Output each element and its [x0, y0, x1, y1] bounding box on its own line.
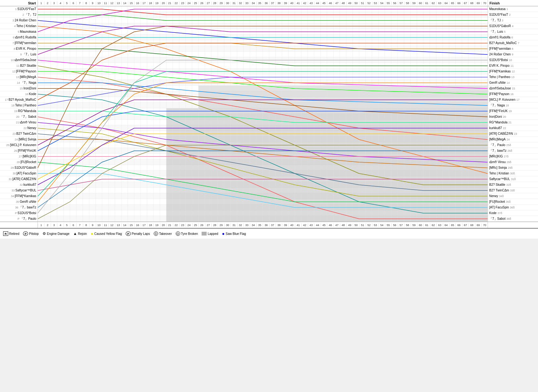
- lap-num-29: 29: [218, 224, 224, 227]
- finish-name-23: [MRc]MegA24: [488, 137, 538, 142]
- legend-lapped-label: Lapped: [208, 232, 218, 236]
- finish-name-34: [FU]Rocket35δ: [488, 199, 538, 205]
- start-name-0: 1S1DUS*FasT: [0, 6, 37, 12]
- lap-num-25: 25: [192, 224, 198, 227]
- finish-name-21: kurkku8722: [488, 125, 538, 131]
- start-name-4: 5Maunokasa: [0, 29, 37, 35]
- lap-num-23: 23: [179, 224, 186, 227]
- start-name-23: 24[MRc] Svinja: [0, 137, 37, 142]
- start-name-14: 15Iron|Doni: [0, 86, 37, 91]
- start-names-column: 1S1DUS*FasT2「7」TJ324 Roßer Chen4Teho | K…: [0, 6, 38, 222]
- legend-engine: ⚙ Engine Damage: [43, 231, 70, 236]
- finish-name-20: RG^Mandula21: [488, 120, 538, 125]
- lap-num-7: 7: [76, 224, 83, 227]
- start-name-13: 14「7」Naga: [0, 80, 37, 86]
- lap-num-10: 10: [96, 224, 102, 227]
- legend-rejoin: ▲ Rejoin: [73, 231, 87, 236]
- lap-num-12: 12: [108, 224, 115, 227]
- lap-num-41: 41: [295, 224, 301, 227]
- start-name-22: 23B2? TwinCΔm: [0, 131, 37, 137]
- legend-tyre-label: Tyre Broken: [181, 232, 198, 236]
- lap-number-header: 1234567891011121314151617181920212223242…: [38, 0, 488, 6]
- lap-num-14: 14: [121, 224, 128, 227]
- lap-num-58: 58: [404, 224, 410, 227]
- legend-penalty-label: Penalty Laps: [132, 232, 150, 236]
- lap-num-11: 11: [102, 224, 108, 227]
- lap-num-59: 59: [411, 224, 417, 227]
- chart-container: Start 1234567891011121314151617181920212…: [0, 0, 538, 239]
- finish-name-27: ιΔm® Vinsu28δ: [488, 159, 538, 165]
- lap-num-32: 32: [237, 224, 243, 227]
- finish-name-26: [MRc]KIG27δ: [488, 154, 538, 159]
- legend-takeover-label: Takeover: [159, 232, 172, 236]
- header-start: Start: [0, 0, 38, 6]
- legend-area: R Retired P Pitstop ⚙ Engine Damage ▲ Re…: [0, 228, 538, 239]
- lap-num-21: 21: [166, 224, 173, 227]
- lap-num-27: 27: [205, 224, 211, 227]
- start-name-21: 22Nerwy: [0, 125, 37, 131]
- lap-num-38: 38: [276, 224, 282, 227]
- lap-num-17: 17: [141, 224, 147, 227]
- lap-num-66: 66: [455, 224, 462, 227]
- start-name-28: 29S1DUS*GáboR: [0, 165, 37, 171]
- finish-name-1: S1DUS*FasT2: [488, 12, 538, 18]
- finish-name-12: Teho | Pantheo13: [488, 74, 538, 80]
- lap-num-8: 8: [83, 224, 89, 227]
- legend-takeover: ① Takeover: [154, 231, 172, 236]
- start-name-1: 2「7」TJ: [0, 12, 37, 18]
- lap-num-49: 49: [346, 224, 353, 227]
- lap-num-56: 56: [391, 224, 398, 227]
- lap-num-30: 30: [224, 224, 231, 227]
- lap-num-44: 44: [314, 224, 320, 227]
- finish-name-15: [FFM]^Payson16: [488, 91, 538, 97]
- finish-name-19: Iron|Doni20: [488, 114, 538, 120]
- finish-name-18: [FFM]^FinUK19: [488, 108, 538, 114]
- start-name-30: 31[ATR] CABÉZ®N: [0, 176, 37, 182]
- finish-name-0: Maunokasa1: [488, 6, 538, 12]
- legend-pitstop-label: Pitstop: [29, 232, 39, 236]
- start-name-37: P「7」Paulo: [0, 216, 37, 222]
- finish-names-column: Maunokasa1S1DUS*FasT2「7」TJ3S1DUS*GáboR4「…: [488, 6, 538, 222]
- start-name-24: 25[WCL] P. Koivunen: [0, 142, 37, 148]
- start-name-12: 13[MRc]MegA: [0, 74, 37, 80]
- lap-num-9: 9: [89, 224, 95, 227]
- lap-num-43: 43: [308, 224, 314, 227]
- lap-num-1: 1: [38, 224, 44, 227]
- finish-name-22: [ATR] CABÉZ®N23: [488, 131, 538, 137]
- start-name-9: 10ιΔm®SebaJose: [0, 57, 37, 63]
- legend-penalty: P Penalty Laps: [126, 231, 150, 236]
- finish-name-25: 「7」bawTz26δ: [488, 148, 538, 154]
- start-name-10: 11B2? Skattle: [0, 63, 37, 69]
- finish-name-5: ιΔm®1 Rudolfa6: [488, 35, 538, 40]
- finish-name-33: Nerwy34δ: [488, 193, 538, 199]
- start-name-35: 36「7」bawTz: [0, 205, 37, 210]
- lap-num-69: 69: [475, 224, 481, 227]
- finish-name-17: 「7」Naga18: [488, 103, 538, 108]
- finish-name-7: [FFM]^sermilan8: [488, 46, 538, 52]
- lap-num-35: 35: [256, 224, 263, 227]
- finish-name-14: ιΔm®SebaJose15: [488, 86, 538, 91]
- lap-num-24: 24: [186, 224, 192, 227]
- finish-name-37: 「7」Sabot38δ: [488, 216, 538, 222]
- lap-num-54: 54: [379, 224, 385, 227]
- lap-num-64: 64: [443, 224, 449, 227]
- start-name-11: 12[FFM]^Payson: [0, 69, 37, 74]
- lap-num-61: 61: [423, 224, 430, 227]
- legend-pitstop: P Pitstop: [23, 231, 39, 236]
- finish-name-16: [WCL] P. Koivunen17: [488, 97, 538, 103]
- start-name-32: 33Saftycar™BUL: [0, 188, 37, 193]
- lap-num-19: 19: [153, 224, 160, 227]
- finish-name-32: B2? TwinCΔm33δ: [488, 188, 538, 193]
- finish-name-35: [AT] FacuSpin36δ: [488, 205, 538, 210]
- start-name-36: PS1DUS*Botsi: [0, 210, 37, 216]
- legend-engine-label: Engine Damage: [47, 232, 70, 236]
- lap-num-62: 62: [430, 224, 436, 227]
- lap-num-70: 70: [481, 224, 488, 227]
- svg-rect-1: [198, 86, 488, 108]
- lap-num-48: 48: [340, 224, 346, 227]
- legend-yellow: ● Caused Yellow Flag: [91, 231, 122, 236]
- finish-name-8: 24 Roßer Chen9: [488, 52, 538, 57]
- legend-lapped: Lapped: [202, 231, 218, 236]
- finish-name-30: Saftycar™BUL31δ: [488, 176, 538, 182]
- legend-tyre: ⊙ Tyre Broken: [176, 231, 198, 236]
